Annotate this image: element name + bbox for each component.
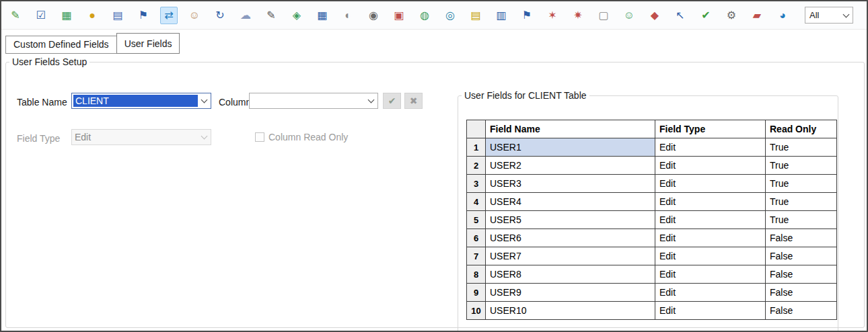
field-type-cell[interactable]: Edit: [655, 138, 766, 157]
toolbar: ✎☑▦●▤⚑⇄☺↻☁✎◈▦◐◉▣◍◎▤▥⚑✶✷▢☺◆↖✔⚙▰◕ All: [1, 1, 867, 30]
coins-icon[interactable]: ●: [83, 7, 101, 24]
field-name-cell[interactable]: USER4: [486, 193, 655, 211]
check-icon[interactable]: ✔: [697, 7, 715, 24]
field-name-cell[interactable]: USER3: [486, 175, 655, 193]
row-number-cell[interactable]: 7: [467, 247, 486, 265]
read-only-cell[interactable]: True: [766, 157, 837, 175]
flag-blue-icon[interactable]: ⚑: [518, 7, 536, 24]
table-name-value: CLIENT: [73, 95, 198, 107]
refresh-icon[interactable]: ↻: [211, 7, 229, 24]
checkbox-icon: [255, 132, 264, 142]
chevron-down-icon: [198, 130, 211, 144]
row-number-cell[interactable]: 10: [467, 302, 486, 320]
globe-icon[interactable]: ◎: [441, 7, 459, 24]
field-type-cell[interactable]: Edit: [655, 175, 766, 193]
field-type-cell[interactable]: Edit: [655, 157, 766, 175]
column-value: [250, 93, 365, 108]
field-name-cell[interactable]: USER7: [486, 247, 655, 265]
field-name-cell[interactable]: USER5: [486, 211, 655, 229]
document-icon[interactable]: ▥: [493, 7, 510, 24]
user-fields-setup-title: User Fields Setup: [9, 56, 89, 67]
row-number-cell[interactable]: 1: [467, 138, 486, 157]
read-only-cell[interactable]: False: [766, 284, 837, 302]
toolbar-filter-select[interactable]: All: [805, 7, 853, 24]
read-only-cell[interactable]: False: [766, 229, 837, 247]
user-fields-icon[interactable]: ⇄: [160, 7, 178, 24]
chevron-down-icon[interactable]: [198, 93, 211, 108]
read-only-cell[interactable]: False: [766, 247, 837, 265]
column-label: Column: [219, 97, 251, 108]
contact-icon[interactable]: ☺: [186, 7, 203, 24]
field-name-cell[interactable]: USER2: [486, 157, 655, 175]
flag-icon[interactable]: ⚑: [135, 7, 152, 24]
row-number-cell[interactable]: 8: [467, 265, 486, 284]
diagram-icon[interactable]: ◈: [288, 7, 305, 24]
gear-icon[interactable]: ⚙: [723, 7, 740, 24]
printer-icon[interactable]: ▣: [390, 7, 408, 24]
tab-user-fields[interactable]: User Fields: [116, 33, 180, 54]
chevron-down-icon: [840, 14, 853, 17]
group-icon[interactable]: ☺: [620, 7, 638, 24]
read-only-cell[interactable]: True: [766, 138, 837, 157]
invoice-icon[interactable]: ▤: [467, 7, 484, 24]
chevron-down-icon[interactable]: [365, 93, 377, 108]
field-type-cell[interactable]: Edit: [655, 193, 766, 211]
field-name-cell[interactable]: USER10: [486, 302, 655, 320]
table-row: 8 USER8 Edit False: [467, 265, 837, 284]
cancel-button: ✖: [404, 93, 423, 109]
clock-icon[interactable]: ◐: [339, 7, 357, 24]
grid-corner-cell[interactable]: [467, 120, 486, 138]
col-header-field-type[interactable]: Field Type: [655, 120, 766, 138]
read-only-cell[interactable]: True: [766, 193, 837, 211]
user-fields-grid-group: User Fields for CLIENT Table Field Name …: [458, 90, 838, 332]
sphere-icon[interactable]: ◕: [774, 7, 791, 24]
node-red2-icon[interactable]: ✷: [569, 7, 587, 24]
row-number-cell[interactable]: 9: [467, 284, 486, 302]
chart-icon[interactable]: ▦: [58, 7, 75, 24]
read-only-cell[interactable]: True: [766, 175, 837, 193]
stamp-icon[interactable]: ◆: [646, 7, 663, 24]
field-type-cell[interactable]: Edit: [655, 302, 766, 320]
table-row: 3 USER3 Edit True: [467, 175, 837, 193]
file-icon[interactable]: ▢: [595, 7, 612, 24]
field-name-cell[interactable]: USER8: [486, 265, 655, 284]
row-number-cell[interactable]: 4: [467, 193, 486, 211]
row-number-cell[interactable]: 3: [467, 175, 486, 193]
table-row: 10 USER10 Edit False: [467, 302, 837, 320]
table-header-row: Field Name Field Type Read Only: [467, 120, 837, 138]
field-type-label: Field Type: [17, 133, 60, 144]
copy-icon[interactable]: ▤: [109, 7, 126, 24]
arrow-icon[interactable]: ↖: [672, 7, 689, 24]
col-header-read-only[interactable]: Read Only: [766, 120, 837, 138]
row-number-cell[interactable]: 2: [467, 157, 486, 175]
field-name-cell[interactable]: USER6: [486, 229, 655, 247]
read-only-cell[interactable]: False: [766, 302, 837, 320]
row-number-cell[interactable]: 6: [467, 229, 486, 247]
field-type-cell[interactable]: Edit: [655, 229, 766, 247]
cloud-icon[interactable]: ☁: [237, 7, 254, 24]
col-header-field-name[interactable]: Field Name: [486, 120, 655, 138]
table-row: 9 USER9 Edit False: [467, 284, 837, 302]
table-name-label: Table Name: [17, 97, 67, 108]
field-type-cell[interactable]: Edit: [655, 211, 766, 229]
field-type-cell[interactable]: Edit: [655, 247, 766, 265]
row-number-cell[interactable]: 5: [467, 211, 486, 229]
camera-icon[interactable]: ◉: [365, 7, 382, 24]
table-name-combobox[interactable]: CLIENT: [71, 93, 211, 109]
car-icon[interactable]: ▰: [748, 7, 766, 24]
column-combobox[interactable]: [249, 93, 378, 109]
database-icon[interactable]: ◍: [416, 7, 433, 24]
field-name-cell[interactable]: USER1: [486, 138, 655, 157]
edit-icon[interactable]: ✎: [7, 7, 24, 24]
pen-icon[interactable]: ✎: [262, 7, 280, 24]
calendar-icon[interactable]: ▦: [314, 7, 331, 24]
field-type-cell[interactable]: Edit: [655, 284, 766, 302]
field-type-cell[interactable]: Edit: [655, 265, 766, 284]
read-only-cell[interactable]: True: [766, 211, 837, 229]
app-window: ✎☑▦●▤⚑⇄☺↻☁✎◈▦◐◉▣◍◎▤▥⚑✶✷▢☺◆↖✔⚙▰◕ All Cust…: [0, 0, 868, 332]
node-red-icon[interactable]: ✶: [544, 7, 561, 24]
read-only-cell[interactable]: False: [766, 265, 837, 284]
field-name-cell[interactable]: USER9: [486, 284, 655, 302]
tab-custom-defined-fields[interactable]: Custom Defined Fields: [5, 36, 117, 54]
tasks-icon[interactable]: ☑: [32, 7, 50, 24]
